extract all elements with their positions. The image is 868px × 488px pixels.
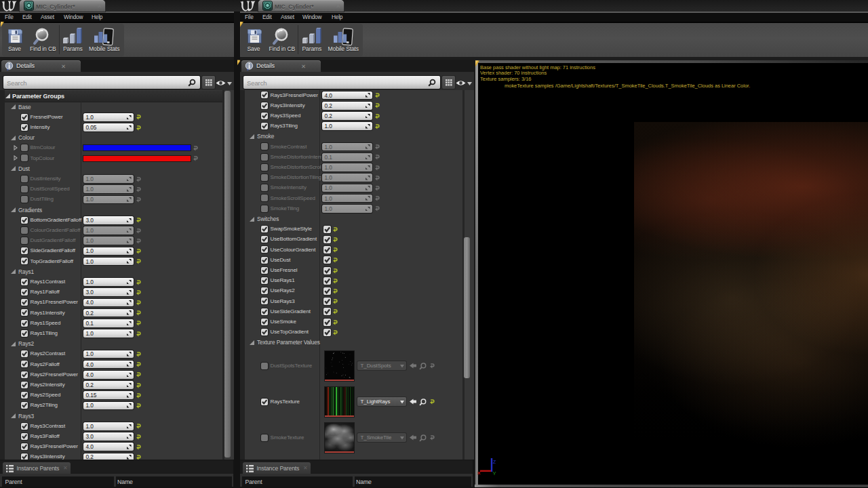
svg-text:Z: Z — [493, 459, 496, 465]
svg-text:Y: Y — [492, 470, 496, 476]
svg-text:x: x — [477, 470, 481, 476]
